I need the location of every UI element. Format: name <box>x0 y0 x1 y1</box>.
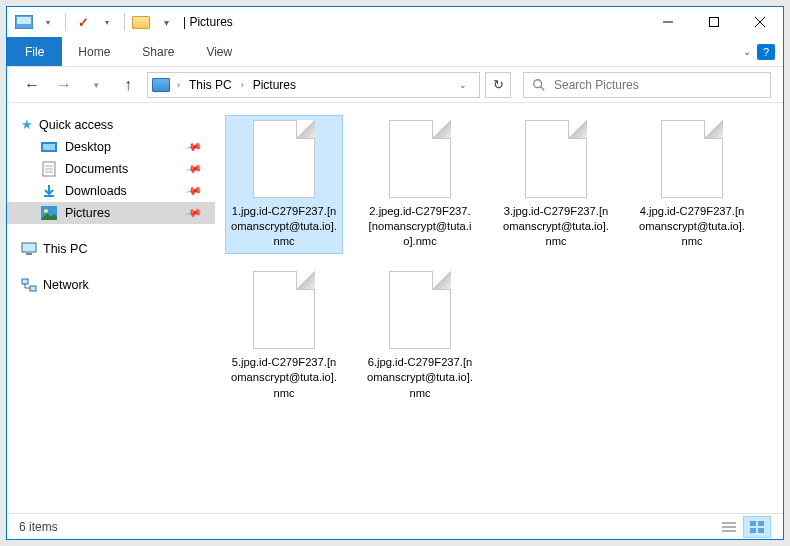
pin-icon: 📌 <box>185 204 204 223</box>
pin-icon: 📌 <box>185 182 204 201</box>
separator <box>124 13 125 31</box>
svg-rect-26 <box>750 528 756 533</box>
file-name: 5.jpg.id-C279F237.[nomanscrypt@tuta.io].… <box>230 355 338 400</box>
breadcrumb-segment[interactable]: Pictures <box>249 78 300 92</box>
pc-icon <box>21 242 37 256</box>
file-name: 6.jpg.id-C279F237.[nomanscrypt@tuta.io].… <box>366 355 474 400</box>
qat-dropdown-icon[interactable]: ▾ <box>96 11 118 33</box>
app-icon <box>13 11 35 33</box>
file-name: 1.jpg.id-C279F237.[nomanscrypt@tuta.io].… <box>230 204 338 249</box>
pictures-icon <box>41 206 57 220</box>
file-icon <box>525 120 587 198</box>
file-item[interactable]: 4.jpg.id-C279F237.[nomanscrypt@tuta.io].… <box>633 115 751 254</box>
forward-button[interactable]: → <box>51 72 77 98</box>
desktop-icon <box>41 140 57 154</box>
svg-rect-24 <box>750 521 756 526</box>
network-icon <box>21 278 37 292</box>
item-count: 6 items <box>19 520 58 534</box>
svg-rect-9 <box>43 144 55 150</box>
file-item[interactable]: 3.jpg.id-C279F237.[nomanscrypt@tuta.io].… <box>497 115 615 254</box>
file-item[interactable]: 5.jpg.id-C279F237.[nomanscrypt@tuta.io].… <box>225 266 343 405</box>
help-button[interactable]: ? <box>757 44 775 60</box>
breadcrumb-dropdown-icon[interactable]: ⌄ <box>451 80 475 90</box>
up-button[interactable]: ↑ <box>115 72 141 98</box>
close-button[interactable] <box>737 7 783 37</box>
sidebar-item-documents[interactable]: Documents📌 <box>7 158 215 180</box>
svg-rect-1 <box>17 17 31 24</box>
titlebar: ▾ ✓ ▾ ▾ | Pictures <box>7 7 783 37</box>
tab-share[interactable]: Share <box>126 37 190 66</box>
quick-access-header[interactable]: ★ Quick access <box>7 113 215 136</box>
file-item[interactable]: 2.jpeg.id-C279F237.[nomanscrypt@tuta.io]… <box>361 115 479 254</box>
minimize-button[interactable] <box>645 7 691 37</box>
svg-rect-19 <box>22 279 28 284</box>
recent-locations-icon[interactable]: ▾ <box>83 72 109 98</box>
qat-overflow-icon[interactable]: ▾ <box>155 11 177 33</box>
search-placeholder: Search Pictures <box>554 78 639 92</box>
file-item[interactable]: 1.jpg.id-C279F237.[nomanscrypt@tuta.io].… <box>225 115 343 254</box>
pin-icon: 📌 <box>185 160 204 179</box>
quick-access-toolbar: ▾ ✓ ▾ ▾ <box>7 11 177 33</box>
search-input[interactable]: Search Pictures <box>523 72 771 98</box>
file-item[interactable]: 6.jpg.id-C279F237.[nomanscrypt@tuta.io].… <box>361 266 479 405</box>
qat-dropdown-icon[interactable]: ▾ <box>37 11 59 33</box>
sidebar-item-label: Downloads <box>65 184 127 198</box>
sidebar-item-label: Documents <box>65 162 128 176</box>
svg-rect-3 <box>710 18 719 27</box>
window-controls <box>645 7 783 37</box>
sidebar-item-pictures[interactable]: Pictures📌 <box>7 202 215 224</box>
body: ★ Quick access Desktop📌Documents📌Downloa… <box>7 103 783 513</box>
ribbon: File Home Share View ⌄ ? <box>7 37 783 67</box>
sidebar-item-desktop[interactable]: Desktop📌 <box>7 136 215 158</box>
breadcrumb-segment[interactable]: This PC <box>185 78 236 92</box>
sidebar-item-label: Pictures <box>65 206 110 220</box>
refresh-button[interactable]: ↻ <box>485 72 511 98</box>
file-icon <box>253 120 315 198</box>
tab-view[interactable]: View <box>190 37 248 66</box>
navigation-pane: ★ Quick access Desktop📌Documents📌Downloa… <box>7 103 215 513</box>
maximize-button[interactable] <box>691 7 737 37</box>
folder-icon[interactable] <box>131 11 153 33</box>
details-view-button[interactable] <box>715 516 743 538</box>
thumbnails-view-button[interactable] <box>743 516 771 538</box>
separator <box>65 13 66 31</box>
chevron-right-icon[interactable]: › <box>174 80 183 90</box>
breadcrumb[interactable]: › This PC › Pictures ⌄ <box>147 72 480 98</box>
file-icon <box>661 120 723 198</box>
this-pc-item[interactable]: This PC <box>7 238 215 260</box>
svg-line-7 <box>541 86 545 90</box>
file-name: 4.jpg.id-C279F237.[nomanscrypt@tuta.io].… <box>638 204 746 249</box>
search-icon <box>532 78 546 92</box>
window-title: | Pictures <box>183 15 233 29</box>
explorer-window: ▾ ✓ ▾ ▾ | Pictures File Home Share View … <box>6 6 784 540</box>
tab-home[interactable]: Home <box>62 37 126 66</box>
sidebar-item-downloads[interactable]: Downloads📌 <box>7 180 215 202</box>
svg-rect-27 <box>758 528 764 533</box>
svg-point-6 <box>534 79 542 87</box>
navigation-bar: ← → ▾ ↑ › This PC › Pictures ⌄ ↻ Search … <box>7 67 783 103</box>
file-icon <box>389 120 451 198</box>
file-icon <box>253 271 315 349</box>
file-tab[interactable]: File <box>7 37 62 66</box>
svg-rect-17 <box>22 243 36 252</box>
file-icon <box>389 271 451 349</box>
pin-icon: 📌 <box>185 138 204 157</box>
view-toggles <box>715 516 771 538</box>
star-icon: ★ <box>21 117 33 132</box>
network-label: Network <box>43 278 89 292</box>
downloads-icon <box>41 184 57 198</box>
properties-icon[interactable]: ✓ <box>72 11 94 33</box>
chevron-right-icon[interactable]: › <box>238 80 247 90</box>
status-bar: 6 items <box>7 513 783 539</box>
svg-rect-18 <box>26 253 32 255</box>
documents-icon <box>41 162 57 176</box>
network-item[interactable]: Network <box>7 274 215 296</box>
expand-ribbon-icon[interactable]: ⌄ <box>743 46 751 57</box>
file-name: 3.jpg.id-C279F237.[nomanscrypt@tuta.io].… <box>502 204 610 249</box>
location-icon <box>152 78 170 92</box>
svg-rect-25 <box>758 521 764 526</box>
svg-rect-20 <box>30 286 36 291</box>
this-pc-label: This PC <box>43 242 87 256</box>
back-button[interactable]: ← <box>19 72 45 98</box>
file-list[interactable]: 1.jpg.id-C279F237.[nomanscrypt@tuta.io].… <box>215 103 783 513</box>
